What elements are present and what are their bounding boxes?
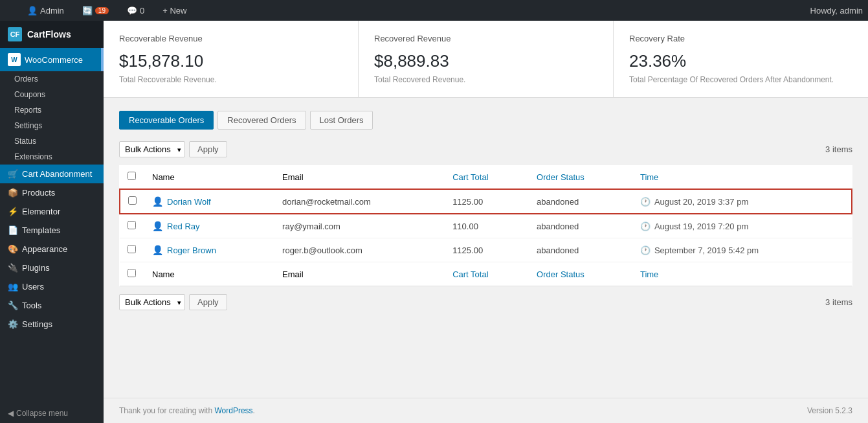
sidebar-item-elementor[interactable]: ⚡ Elementor [0,202,104,221]
admin-bar: 👤 Admin 🔄 19 💬 0 + New Howdy, admin [0,0,868,21]
stat-recoverable-desc: Total Recoverable Revenue. [119,75,342,84]
row-time-cell: 🕐 September 7, 2019 5:42 pm [632,238,852,262]
row-cart-total: 1125.00 [452,197,483,207]
footer-bar: Thank you for creating with WordPress. V… [104,398,868,423]
sidebar-item-products[interactable]: 📦 Products [0,183,104,202]
bulk-select-wrap-top: Bulk Actions [119,141,185,157]
row-checkbox-cell [120,238,144,262]
row-email: dorian@rocketmail.com [282,197,371,207]
bulk-actions-select-bottom[interactable]: Bulk Actions [119,294,185,310]
row-email-cell: ray@ymail.com [274,214,445,238]
sidebar-item-settings2[interactable]: ⚙️ Settings [0,315,104,334]
collapse-menu[interactable]: ◀ Collapse menu [0,404,104,423]
woo-icon: W [8,53,21,66]
admin-icon: 👤 [27,6,38,16]
sidebar-sub-coupons[interactable]: Coupons [0,87,104,102]
sidebar-item-appearance[interactable]: 🎨 Appearance [0,240,104,258]
tab-buttons: Recoverable Orders Recovered Orders Lost… [119,111,852,130]
cart-abandon-icon: 🛒 [8,169,18,179]
sidebar-sub-orders[interactable]: Orders [0,71,104,87]
table-footer-row: Name Email Cart Total Order Status Time [120,262,852,286]
elementor-icon: ⚡ [8,207,18,216]
sidebar-item-users[interactable]: 👥 Users [0,277,104,296]
adminbar-logo[interactable] [5,0,13,21]
apply-button-bottom[interactable]: Apply [189,294,227,310]
sidebar-sub-reports[interactable]: Reports [0,102,104,118]
clock-icon: 🕐 [640,197,651,207]
table-row: 👤 Dorian Wolf dorian@rocketmail.com 1125… [120,189,852,214]
stat-card-rate: Recovery Rate 23.36% Total Percentage Of… [614,21,868,97]
th-order-status[interactable]: Order Status [529,165,632,189]
row-order-status-cell: abandoned [529,214,632,238]
tf-cart-total[interactable]: Cart Total [445,262,529,286]
stat-card-recovered: Recovered Revenue $8,889.83 Total Recove… [359,21,614,97]
select-all-checkbox[interactable] [128,172,136,180]
row-name: Dorian Wolf [167,197,211,207]
adminbar-new[interactable]: + New [159,0,190,21]
items-count-bottom: 3 items [825,297,852,307]
row-order-status: abandoned [537,222,579,231]
row-name-link[interactable]: 👤 Dorian Wolf [152,196,267,207]
tab-lost-orders[interactable]: Lost Orders [310,111,373,130]
table-row: 👤 Roger Brown roger.b@outlook.com 1125.0… [120,238,852,262]
tab-recovered-orders[interactable]: Recovered Orders [217,111,306,130]
row-name-link[interactable]: 👤 Roger Brown [152,245,267,255]
items-count-top: 3 items [825,144,852,154]
stats-row: Recoverable Revenue $15,878.10 Total Rec… [104,21,868,98]
row-order-status-cell: abandoned [529,238,632,262]
row-name-link[interactable]: 👤 Red Ray [152,221,267,231]
select-all-checkbox-footer[interactable] [128,269,136,277]
sidebar-item-plugins[interactable]: 🔌 Plugins [0,258,104,277]
stat-recovered-title: Recovered Revenue [374,34,597,43]
clock-icon: 🕐 [640,246,651,255]
collapse-icon: ◀ [8,409,14,418]
adminbar-updates[interactable]: 🔄 19 [78,0,113,21]
row-checkbox[interactable] [128,196,137,205]
footer-wordpress-link[interactable]: WordPress [214,406,252,415]
sidebar-item-woocommerce[interactable]: W WooCommerce [0,48,104,71]
row-email-cell: dorian@rocketmail.com [274,189,445,214]
sidebar-item-cart-abandonment[interactable]: 🛒 Cart Abandonment [0,165,104,183]
row-checkbox[interactable] [128,245,136,253]
bulk-actions-select-top[interactable]: Bulk Actions [119,141,185,157]
user-icon: 👤 [152,196,163,207]
adminbar-site[interactable]: 👤 Admin [23,0,68,21]
user-icon: 👤 [152,245,163,255]
stat-recoverable-value: $15,878.10 [119,51,342,71]
sidebar-sub-settings[interactable]: Settings [0,118,104,133]
row-order-status: abandoned [537,246,579,255]
tf-time[interactable]: Time [632,262,852,286]
main-content: Recoverable Revenue $15,878.10 Total Rec… [104,21,868,423]
tf-email: Email [274,262,445,286]
tf-order-status[interactable]: Order Status [529,262,632,286]
row-name: Roger Brown [167,246,216,255]
row-time-cell: 🕐 August 19, 2019 7:20 pm [632,214,852,238]
th-cart-total[interactable]: Cart Total [445,165,529,189]
th-time[interactable]: Time [632,165,852,189]
sidebar-sub-status[interactable]: Status [0,133,104,149]
orders-table: Name Email Cart Total Order Status Time [119,165,852,286]
tf-name: Name [144,262,274,286]
footer-credit: Thank you for creating with WordPress. [119,406,255,415]
row-time: September 7, 2019 5:42 pm [654,246,759,255]
apply-button-top[interactable]: Apply [189,141,227,157]
row-cart-total: 110.00 [452,222,478,231]
footer-version: Version 5.2.3 [807,406,852,415]
products-icon: 📦 [8,188,18,198]
user-icon: 👤 [152,221,163,231]
clock-icon: 🕐 [640,222,651,231]
table-row: 👤 Red Ray ray@ymail.com 110.00 abandoned… [120,214,852,238]
sidebar-sub-extensions[interactable]: Extensions [0,149,104,165]
plugins-icon: 🔌 [8,263,18,273]
stat-recoverable-title: Recoverable Revenue [119,34,342,43]
sidebar-brand[interactable]: CF CartFlows [0,21,104,48]
row-cart-total-cell: 110.00 [445,214,529,238]
sidebar-item-tools[interactable]: 🔧 Tools [0,296,104,315]
adminbar-comments[interactable]: 💬 0 [123,0,148,21]
stat-rate-desc: Total Percentage Of Recovered Orders Aft… [629,75,852,84]
row-checkbox[interactable] [128,221,136,229]
row-checkbox-cell [120,189,144,214]
tab-recoverable-orders[interactable]: Recoverable Orders [119,111,214,130]
row-name: Red Ray [167,222,200,231]
sidebar-item-templates[interactable]: 📄 Templates [0,221,104,240]
